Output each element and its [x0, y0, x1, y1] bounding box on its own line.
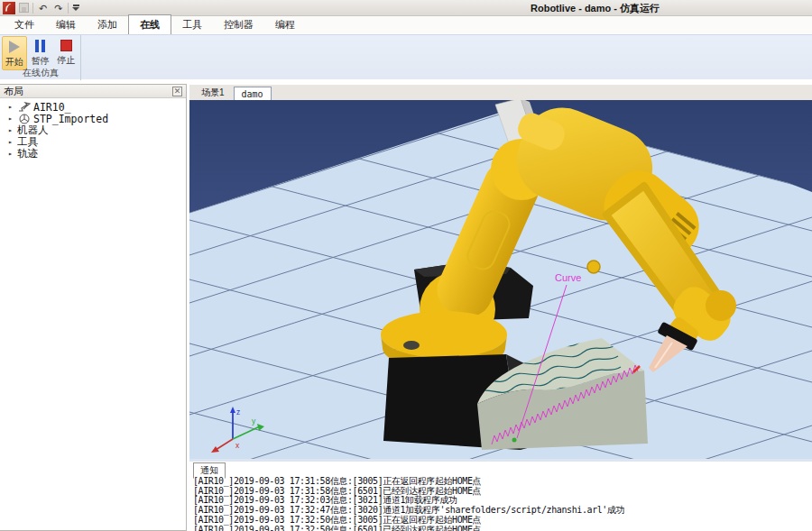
tab-edit[interactable]: 编辑: [45, 15, 87, 34]
separator: [68, 3, 69, 14]
curve-label: Curve: [555, 272, 581, 283]
tab-tools[interactable]: 工具: [171, 15, 213, 34]
ribbon-group-online-sim: 开始 暂停 停止 在线仿真: [0, 35, 81, 80]
title-bar: ↶ ↷ Robotlive - damo - 仿真运行: [0, 0, 812, 16]
layout-panel-title: 布局: [4, 85, 172, 98]
chevron-right-icon[interactable]: ▸: [8, 114, 17, 123]
pause-button-label: 暂停: [32, 55, 50, 68]
stop-button[interactable]: 停止: [53, 36, 78, 70]
tab-add[interactable]: 添加: [87, 15, 128, 34]
stop-icon: [60, 40, 72, 51]
tree-item-trajectory[interactable]: ▸ 轨迹: [0, 148, 186, 160]
ribbon-group-label: 在线仿真: [0, 67, 81, 79]
curve-start-marker: [512, 438, 517, 443]
tab-damo[interactable]: damo: [234, 87, 272, 100]
redo-icon[interactable]: ↷: [52, 2, 64, 14]
log-lines: [AIR10_]2019-09-03 17:31:58信息:[3005]正在返回…: [193, 477, 810, 531]
chevron-right-icon[interactable]: ▸: [8, 126, 17, 134]
z-axis-label: z: [236, 407, 240, 417]
tab-online[interactable]: 在线: [128, 14, 171, 34]
robot-arm-icon: [17, 102, 32, 113]
notification-panel: 通知 [AIR10_]2019-09-03 17:31:58信息:[3005]正…: [189, 459, 812, 531]
scene-3d: Curve z y x: [189, 100, 812, 459]
log-line: [AIR10_]2019-09-03 17:32:50信息:[3005]正在返回…: [193, 516, 810, 526]
separator: [32, 3, 33, 14]
window-title: Robotlive - damo - 仿真运行: [531, 2, 660, 15]
save-icon[interactable]: [19, 3, 29, 13]
menu-tab-bar: 文件 编辑 添加 在线 工具 控制器 编程: [0, 16, 812, 34]
tab-programming[interactable]: 编程: [264, 15, 306, 34]
tree-item-label: 轨迹: [17, 147, 38, 160]
start-button[interactable]: 开始: [2, 36, 27, 70]
layout-tree: ▸ AIR10_ ▸ STP_Imported ▸ 机器人: [0, 98, 186, 160]
stop-button-label: 停止: [57, 54, 75, 67]
scene-tab-bar: 场景1 damo: [189, 85, 812, 100]
undo-icon[interactable]: ↶: [37, 2, 49, 14]
tab-controller[interactable]: 控制器: [213, 15, 264, 34]
pause-button[interactable]: 暂停: [28, 36, 53, 70]
viewport-region: 场景1 damo: [189, 84, 812, 531]
layout-panel-header: 布局 ✕: [0, 85, 186, 98]
play-icon: [9, 41, 20, 53]
tab-scene1[interactable]: 场景1: [194, 85, 232, 100]
ribbon: 开始 暂停 停止 在线仿真: [0, 34, 812, 79]
log-line: [AIR10_]2019-09-03 17:32:50信息:[6501]已经到达…: [193, 526, 810, 531]
app-logo-icon[interactable]: [3, 2, 15, 14]
customize-toolbar-icon[interactable]: [72, 5, 79, 11]
tree-item-air10[interactable]: ▸ AIR10_: [0, 101, 186, 113]
viewport-canvas[interactable]: Curve z y x: [189, 100, 812, 459]
application-window: ↶ ↷ Robotlive - damo - 仿真运行 文件 编辑 添加 在线 …: [0, 0, 812, 531]
tree-item-label: AIR10_: [33, 101, 71, 114]
chevron-right-icon[interactable]: ▸: [8, 150, 17, 158]
layout-panel: 布局 ✕ ▸ AIR10_ ▸ STP_Imported: [0, 84, 187, 531]
chevron-right-icon[interactable]: ▸: [8, 103, 17, 111]
close-icon[interactable]: ✕: [172, 87, 182, 96]
tab-file[interactable]: 文件: [4, 15, 45, 34]
pause-icon: [35, 40, 45, 52]
cad-model-icon: [17, 114, 32, 124]
chevron-right-icon[interactable]: ▸: [8, 138, 17, 146]
